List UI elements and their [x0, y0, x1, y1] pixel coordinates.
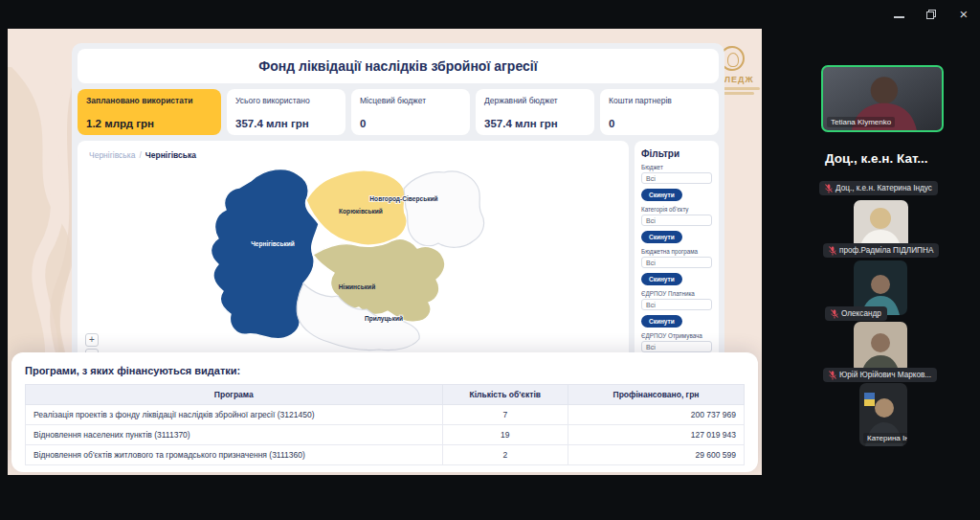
filter-label: ЄДРПОУ Отримувача [641, 332, 712, 339]
financed-cell: 29 600 599 [568, 445, 745, 465]
participant-chip[interactable]: Олександр [825, 306, 887, 321]
filter-label: ЄДРПОУ Платника [641, 290, 712, 297]
filter-reset-button[interactable]: Скинути [641, 189, 682, 201]
stat-card-local-budget: Місцевий бюджет 0 [351, 89, 470, 135]
meeting-window: × КОЛЕДЖ Фонд ліквідації наслідків зброй… [0, 0, 980, 520]
filter-label: Категорія об'єкту [641, 206, 712, 213]
stats-row: Заплановано використати 1.2 млрд грн Усь… [78, 89, 719, 135]
table-row: Відновлення об'єктів житлового та громад… [26, 445, 745, 465]
restore-button[interactable] [924, 8, 938, 21]
stat-value: 0 [609, 118, 710, 129]
table-row: Реалізація проектів з фонду ліквідації н… [26, 405, 745, 425]
filter-group-budget: Бюджет Всі Скинути [641, 164, 712, 201]
stat-value: 357.4 млн грн [484, 118, 586, 129]
filter-select-object-category[interactable]: Всі [641, 215, 712, 226]
filter-label: Бюджетна програма [641, 248, 712, 255]
muted-mic-icon [831, 309, 838, 319]
object-count-cell: 2 [442, 445, 568, 465]
filter-label: Бюджет [641, 164, 712, 170]
stat-card-used-total: Усього використано 357.4 млн грн [227, 89, 345, 135]
programs-table-card: Програми, з яких фінансуються видатки: П… [11, 352, 758, 472]
filter-reset-button[interactable]: Скинути [641, 315, 682, 328]
muted-mic-icon [825, 184, 833, 193]
region-map[interactable]: Чернігівський Корюківський Новгород-Сіве… [160, 160, 543, 356]
stat-label: Усього використано [235, 96, 337, 105]
program-name-cell: Відновлення населених пунктів (3111370) [26, 425, 443, 445]
filter-group-payer-edrpou: ЄДРПОУ Платника Всі Скинути [641, 290, 712, 328]
stat-card-planned: Заплановано використати 1.2 млрд грн [78, 89, 221, 135]
map-panel: Чернігівська / Чернігівська [78, 141, 629, 368]
programs-table: Програма Кількість об'єктів Профінансова… [25, 384, 745, 465]
minimize-icon [894, 16, 904, 18]
shared-screen: КОЛЕДЖ Фонд ліквідації наслідків збройно… [8, 29, 762, 475]
filter-group-budget-program: Бюджетна програма Всі Скинути [641, 248, 712, 285]
map-label-nizhynskyi: Ніжинський [339, 283, 375, 290]
financed-cell: 127 019 943 [568, 425, 745, 445]
financed-cell: 200 737 969 [568, 405, 745, 425]
stat-label: Кошти партнерів [609, 96, 710, 105]
programs-table-title: Програми, з яких фінансуються видатки: [25, 365, 745, 376]
participant-chip[interactable]: Доц., к.е.н. Катерина Індус [819, 181, 938, 195]
object-count-cell: 7 [442, 405, 568, 425]
program-name-cell: Реалізація проектів з фонду ліквідації н… [26, 405, 443, 425]
restore-icon [926, 10, 936, 19]
filter-select-budget[interactable]: Всі [641, 172, 712, 184]
stat-label: Державний бюджет [484, 96, 586, 105]
participant-name: Юрій Юрійович Марков... [839, 371, 931, 379]
map-region-novhorod-siverskyi[interactable] [404, 171, 484, 247]
breadcrumb-parent-link[interactable]: Чернігівська [89, 150, 135, 160]
participant-name: проф.Радміла ПІДЛИПНА [839, 246, 933, 255]
column-header-program: Програма [26, 385, 443, 405]
breadcrumb-current: Чернігівська [145, 150, 196, 160]
stat-card-state-budget: Державний бюджет 357.4 млн грн [476, 89, 594, 135]
map-label-koriukivskyi: Корюківський [339, 208, 383, 215]
stat-value: 1.2 млрд грн [86, 118, 212, 129]
active-speaker-video[interactable]: Tetiana Klymenko [821, 65, 944, 132]
filter-reset-button[interactable]: Скинути [641, 273, 682, 285]
stat-card-partner-funds: Кошти партнерів 0 [600, 89, 719, 135]
filter-reset-button[interactable]: Скинути [641, 231, 682, 243]
program-name-cell: Відновлення об'єктів житлового та громад… [26, 445, 443, 465]
filter-select-payer-edrpou[interactable]: Всі [641, 299, 712, 310]
participant-video[interactable] [854, 322, 907, 373]
close-icon: × [960, 8, 969, 21]
participant-name-label: Катерина Індус [863, 433, 907, 443]
breadcrumb: Чернігівська / Чернігівська [89, 150, 617, 160]
object-count-cell: 19 [442, 425, 568, 445]
filter-select-budget-program[interactable]: Всі [641, 257, 712, 268]
filters-title: Фільтри [641, 148, 712, 159]
map-label-novhorod-siverskyi: Новгород-Сіверський [369, 195, 437, 203]
participant-name-label: Tetiana Klymenko [827, 117, 895, 127]
dashboard-title: Фонд ліквідації наслідків збройної агрес… [78, 49, 719, 83]
stat-label: Місцевий бюджет [360, 96, 461, 105]
filters-panel: Фільтри Бюджет Всі Скинути Категорія об'… [635, 141, 719, 368]
column-header-object-count: Кількість об'єктів [442, 385, 568, 405]
map-label-chernihivskyi: Чернігівський [251, 240, 295, 248]
stat-value: 357.4 млн грн [235, 118, 337, 129]
participant-name: Олександр [841, 309, 881, 318]
minimize-button[interactable] [892, 8, 905, 21]
map-label-prylutskyi: Прилуцький [365, 315, 403, 323]
filter-group-object-category: Категорія об'єкту Всі Скинути [641, 206, 712, 243]
participant-name: Доц., к.е.н. Катерина Індус [835, 184, 932, 192]
window-controls: × [892, 8, 970, 21]
close-button[interactable]: × [957, 8, 970, 21]
dashboard-panel: Фонд ліквідації наслідків збройної агрес… [72, 43, 724, 373]
participant-chip[interactable]: проф.Радміла ПІДЛИПНА [823, 243, 939, 258]
muted-mic-icon [829, 246, 836, 256]
filter-select-receiver-edrpou[interactable]: Всі [641, 341, 712, 352]
stat-value: 0 [360, 118, 461, 129]
table-row: Відновлення населених пунктів (3111370) … [26, 425, 745, 445]
column-header-financed: Профінансовано, грн [568, 385, 745, 405]
breadcrumb-separator: / [139, 150, 141, 160]
stat-label: Заплановано використати [86, 96, 212, 105]
zoom-in-button[interactable]: + [85, 333, 99, 347]
muted-mic-icon [829, 371, 836, 380]
pinned-participant-caption: Доц., к.е.н. Кат... [825, 151, 969, 166]
participant-silhouette [854, 322, 907, 373]
participant-chip[interactable]: Юрій Юрійович Марков... [823, 368, 937, 382]
participant-video[interactable]: Катерина Індус [859, 383, 907, 446]
